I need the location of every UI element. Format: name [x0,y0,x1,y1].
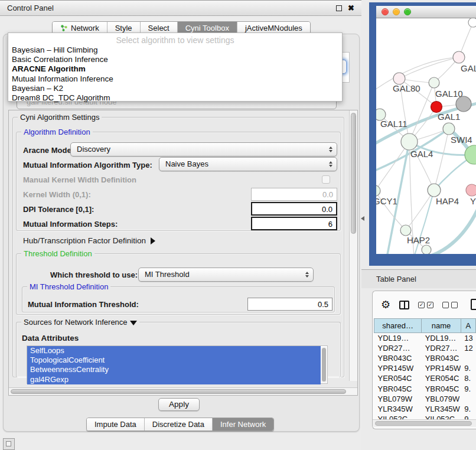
network-node-label: GAL11 [380,119,407,129]
manual-kernel-checkbox[interactable] [322,175,330,184]
apply-button[interactable]: Apply [158,398,200,411]
combo-spinner-icon [329,161,332,167]
splitter-grip-icon[interactable] [361,216,364,221]
minimize-window-icon[interactable] [393,8,400,15]
table-header-row: shared…nameA [374,319,476,333]
aracne-mode-combo[interactable]: Discovery [70,142,337,156]
algorithm-option[interactable]: Mutual Information Inference [8,74,342,84]
table-column-header[interactable]: name [422,319,461,333]
cyni-settings-scrollpane: Cyni Algorithm Settings Algorithm Defini… [8,110,358,396]
table-panel-titlebar: Table Panel [361,269,476,288]
collapse-arrow-icon [130,321,137,325]
data-attributes-list[interactable]: SelfLoops TopologicalCoefficient Between… [27,345,328,384]
control-panel-titlebar: Control Panel ✖ [0,0,361,16]
zoom-window-icon[interactable] [404,8,411,15]
dpi-tolerance-label: DPI Tolerance [0,1]: [23,205,94,214]
algorithm-dropdown-list: Select algorithm to view settings Bayesi… [8,32,343,102]
mi-algorithm-type-combo[interactable]: Naive Bayes [159,157,337,171]
algorithm-option[interactable]: Dream8 DC_TDC Algorithm [8,93,342,103]
settings-horizontal-scrollbar[interactable] [9,387,358,395]
tab-impute-data[interactable]: Impute Data [87,418,145,431]
table-row[interactable]: YBR043CYBR043C [374,353,476,363]
which-threshold-combo[interactable]: MI Threshold [138,268,314,282]
table-column-header[interactable]: A [461,319,475,333]
table-row[interactable]: YER054CYER054C8. [374,373,476,383]
algorithm-option-selected[interactable]: ARACNE Algorithm [8,64,342,74]
network-window-titlebar [376,6,476,18]
list-item-selected[interactable]: TopologicalCoefficient [27,356,321,365]
close-panel-icon[interactable]: ✖ [348,5,354,11]
list-item-selected[interactable]: BetweennessCentrality [27,365,321,374]
network-graph: GALGAL80GAL10GAL1SWI4GAL11GAL4GCY1HAP4YH… [376,18,476,254]
group-title: Sources for Network Inference [21,318,139,327]
group-title: MI Threshold Definition [27,282,110,291]
network-node-label: GCY1 [376,196,397,206]
table-row[interactable]: YBL079WYBL079W [374,394,476,404]
algorithm-option[interactable]: Basic Correlation Inference [8,55,342,64]
hub-definition-toggle[interactable]: Hub/Transcription Factor Definition [23,236,155,245]
which-threshold-label: Which threshold to use: [50,270,138,279]
network-node[interactable] [468,18,476,27]
network-node[interactable] [401,133,418,150]
network-node[interactable] [443,123,455,135]
network-canvas[interactable]: GALGAL80GAL10GAL1SWI4GAL11GAL4GCY1HAP4YH… [376,18,476,254]
network-node-label: GAL80 [393,83,420,93]
list-scrollbar[interactable] [321,347,327,383]
network-node-label: GAL1 [438,112,460,122]
settings-vertical-scrollbar[interactable] [349,110,357,381]
table-row[interactable]: YLR345WYLR345W9. [374,404,476,414]
table-panel: ⚙ ✓✓ shared…nameA YDL19…YDL19…13YDR27…YD… [372,291,476,429]
tab-infer-network[interactable]: Infer Network [213,418,273,431]
file-icon[interactable] [471,299,476,310]
table-row[interactable]: YDR27…YDR27…12 [374,343,476,353]
expand-arrow-icon [151,237,155,244]
restore-panel-icon[interactable] [3,438,15,450]
float-panel-icon[interactable] [336,5,342,11]
tab-discretize-data[interactable]: Discretize Data [145,418,213,431]
table-horizontal-scrollbar[interactable] [373,419,476,427]
group-title: Algorithm Definition [21,128,93,136]
table-column-header[interactable]: shared… [374,319,422,333]
table-row[interactable]: YPR145WYPR145W9. [374,363,476,373]
network-node[interactable] [456,96,471,112]
network-edge[interactable] [406,190,434,230]
network-node-label: GAL10 [435,89,463,99]
kernel-width-field[interactable]: 0.0 [251,188,337,201]
dpi-tolerance-field[interactable]: 0.0 [251,202,337,216]
columns-icon[interactable] [399,301,409,309]
network-node[interactable] [376,185,380,196]
table-row[interactable]: YDL19…YDL19…13 [374,333,476,343]
manual-kernel-label: Manual Kernel Width Definition [23,175,136,184]
network-node-label: GAL4 [410,149,433,159]
aracne-mode-label: Aracne Mode: [23,146,74,155]
mi-threshold-label: Mutual Information Threshold: [28,300,139,309]
network-node[interactable] [431,102,442,113]
list-item-selected[interactable]: SelfLoops [27,346,321,356]
network-node[interactable] [429,77,439,88]
network-node[interactable] [422,245,431,254]
panel-title: Control Panel [7,4,54,12]
cyni-bottom-tabs: Impute Data Discretize Data Infer Networ… [86,418,274,431]
network-node[interactable] [453,51,465,63]
mi-steps-field[interactable]: 6 [251,217,337,230]
close-window-icon[interactable] [382,8,389,15]
network-node-label: HAP4 [436,196,459,206]
combo-spinner-icon [305,272,309,278]
table-panel-title: Table Panel [376,275,416,283]
network-node[interactable] [428,184,441,197]
network-node-label: SWI4 [451,135,472,145]
table-row[interactable]: YBR045CYBR045C9. [374,383,476,393]
deselect-all-checks-icon[interactable] [442,302,458,308]
list-item-selected[interactable]: gal4RGexp [27,375,321,384]
algorithm-option[interactable]: Bayesian – K2 [8,84,342,93]
algorithm-option[interactable]: Bayesian – Hill Climbing [8,45,342,55]
select-all-checks-icon[interactable]: ✓✓ [418,302,433,308]
network-node[interactable] [400,225,411,236]
gear-icon[interactable]: ⚙ [381,299,390,310]
mi-threshold-field[interactable]: 0.5 [247,298,332,311]
network-node[interactable] [393,73,405,84]
node-table[interactable]: shared…nameA YDL19…YDL19…13YDR27…YDR27…1… [374,318,476,424]
mi-type-label: Mutual Information Algorithm Type: [23,161,152,169]
dropdown-prompt: Select algorithm to view settings [8,33,342,45]
network-node[interactable] [466,184,476,196]
